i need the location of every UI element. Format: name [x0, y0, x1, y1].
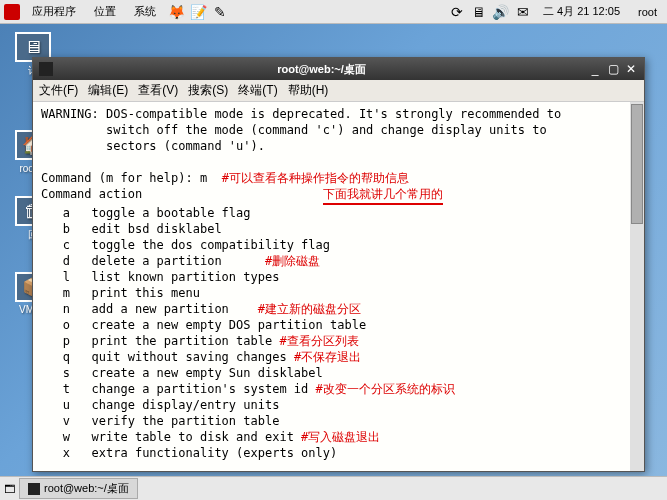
- taskbar-item-terminal[interactable]: root@web:~/桌面: [19, 478, 138, 499]
- terminal-output[interactable]: WARNING: DOS-compatible mode is deprecat…: [33, 102, 644, 471]
- annotation-quit: #不保存退出: [294, 350, 361, 364]
- user-menu[interactable]: root: [632, 4, 663, 20]
- bottom-panel: 🗔 root@web:~/桌面: [0, 476, 667, 500]
- scrollbar[interactable]: [630, 102, 644, 471]
- menu-view[interactable]: 查看(V): [138, 82, 178, 99]
- maximize-button[interactable]: ▢: [606, 62, 620, 76]
- titlebar[interactable]: root@web:~/桌面 _ ▢ ✕: [33, 58, 644, 80]
- volume-icon[interactable]: 🔊: [493, 4, 509, 20]
- menu-places[interactable]: 位置: [88, 2, 122, 21]
- terminal-icon: [28, 483, 40, 495]
- menu-file[interactable]: 文件(F): [39, 82, 78, 99]
- menu-help[interactable]: 帮助(H): [288, 82, 329, 99]
- edit-icon[interactable]: ✎: [212, 4, 228, 20]
- annotation-print: #查看分区列表: [279, 334, 358, 348]
- window-title: root@web:~/桌面: [59, 62, 584, 77]
- scroll-thumb[interactable]: [631, 104, 643, 224]
- mail-icon[interactable]: ✉: [515, 4, 531, 20]
- menu-terminal[interactable]: 终端(T): [238, 82, 277, 99]
- top-panel: 应用程序 位置 系统 🦊 📝 ✎ ⟳ 🖥 🔊 ✉ 二 4月 21 12:05 r…: [0, 0, 667, 24]
- network-icon[interactable]: 🖥: [471, 4, 487, 20]
- menu-edit[interactable]: 编辑(E): [88, 82, 128, 99]
- notes-icon[interactable]: 📝: [190, 4, 206, 20]
- close-button[interactable]: ✕: [624, 62, 638, 76]
- annotation-type: #改变一个分区系统的标识: [316, 382, 455, 396]
- annotation-write: #写入磁盘退出: [301, 430, 380, 444]
- distro-logo-icon[interactable]: [4, 4, 20, 20]
- menu-applications[interactable]: 应用程序: [26, 2, 82, 21]
- annotation-delete: #删除磁盘: [265, 254, 320, 268]
- show-desktop-icon[interactable]: 🗔: [4, 483, 15, 495]
- annotation-help: #可以查看各种操作指令的帮助信息: [222, 171, 409, 185]
- annotation-new: #建立新的磁盘分区: [258, 302, 361, 316]
- menu-search[interactable]: 搜索(S): [188, 82, 228, 99]
- menu-system[interactable]: 系统: [128, 2, 162, 21]
- clock[interactable]: 二 4月 21 12:05: [537, 4, 626, 19]
- terminal-window: root@web:~/桌面 _ ▢ ✕ 文件(F) 编辑(E) 查看(V) 搜索…: [32, 57, 645, 472]
- annotation-below: 下面我就讲几个常用的: [323, 186, 443, 205]
- menubar: 文件(F) 编辑(E) 查看(V) 搜索(S) 终端(T) 帮助(H): [33, 80, 644, 102]
- minimize-button[interactable]: _: [588, 62, 602, 76]
- firefox-icon[interactable]: 🦊: [168, 4, 184, 20]
- terminal-icon: [39, 62, 53, 76]
- updates-icon[interactable]: ⟳: [449, 4, 465, 20]
